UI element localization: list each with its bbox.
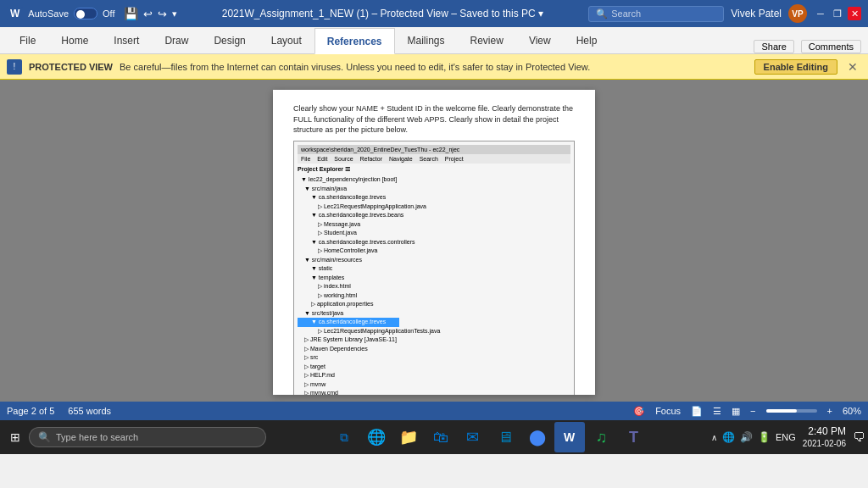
view-web-icon[interactable]: ☰	[713, 406, 721, 417]
protected-view-message: Be careful—files from the Internet can c…	[120, 62, 748, 72]
language-label: ENG	[776, 432, 796, 442]
undo-icon[interactable]: ↩	[143, 8, 153, 20]
ribbon-right-buttons: Share Comments	[754, 40, 861, 53]
close-button[interactable]: ✕	[848, 7, 861, 20]
title-search-box[interactable]: 🔍 Search	[588, 6, 724, 22]
ide-header: workspace\sheridan_2020_EntineDev_TuesTh…	[298, 145, 570, 154]
taskbar-app-word[interactable]: W	[554, 422, 585, 452]
tab-home[interactable]: Home	[48, 27, 101, 53]
tab-draw[interactable]: Draw	[152, 27, 201, 53]
tree-row-main: ▼ src/main/java	[298, 185, 399, 194]
search-placeholder: Search	[611, 8, 641, 19]
taskbar: ⊞ 🔍 Type here to search ⧉ 🌐 📁 🛍 ✉ 🖥 ⬤ W …	[0, 420, 868, 454]
customize-icon[interactable]: ▾	[172, 8, 177, 19]
enable-editing-button[interactable]: Enable Editing	[754, 59, 837, 75]
page-info: Page 2 of 5	[7, 406, 54, 416]
tab-insert[interactable]: Insert	[101, 27, 152, 53]
focus-label: Focus	[655, 406, 681, 416]
taskbar-app-dell[interactable]: 🖥	[490, 422, 520, 452]
document-title: 2021W_Assignment_1_NEW (1) – Protected V…	[222, 8, 543, 19]
ide-project-explorer: Project Explorer ☰	[298, 165, 399, 175]
zoom-plus-button[interactable]: +	[827, 406, 832, 416]
taskbar-app-store[interactable]: 🛍	[426, 422, 456, 452]
taskbar-app-spotify[interactable]: ♫	[587, 422, 617, 452]
notification-icon[interactable]: 🗨	[853, 430, 865, 444]
taskbar-right: ∧ 🌐 🔊 🔋 ENG 2:40 PM 2021-02-06 🗨	[711, 425, 865, 450]
taskbar-app-edge[interactable]: 🌐	[361, 422, 392, 452]
view-read-icon[interactable]: ▦	[732, 406, 740, 417]
autosave-label: AutoSave	[28, 8, 69, 19]
tab-file[interactable]: File	[7, 27, 48, 53]
tab-design[interactable]: Design	[201, 27, 258, 53]
redo-icon[interactable]: ↪	[158, 8, 167, 20]
restore-button[interactable]: ❐	[831, 7, 844, 20]
tree-row-test: ▼ src/test/java	[298, 309, 399, 319]
zoom-minus-button[interactable]: −	[750, 406, 755, 416]
start-button[interactable]: ⊞	[3, 427, 27, 447]
ide-body: Project Explorer ☰ ▼ lec22_dependencyInj…	[298, 165, 570, 395]
taskbar-app-chrome[interactable]: ⬤	[522, 422, 553, 452]
ide-title: workspace\sheridan_2020_EntineDev_TuesTh…	[301, 147, 459, 152]
tab-view[interactable]: View	[516, 27, 564, 53]
tree-row-index: ▷ index.html	[298, 282, 399, 291]
taskbar-app-taskview[interactable]: ⧉	[329, 422, 359, 452]
protected-view-close-icon[interactable]: ✕	[844, 60, 861, 74]
tree-row-appprops: ▷ application.properties	[298, 300, 399, 309]
taskbar-search-box[interactable]: 🔍 Type here to search	[29, 427, 266, 447]
autosave-state: Off	[103, 8, 114, 19]
tree-row-templates: ▼ templates	[298, 274, 399, 283]
clock-date: 2021-02-06	[803, 438, 846, 449]
title-bar: W AutoSave Off 💾 ↩ ↪ ▾ 2021W_Assignment_…	[0, 0, 868, 27]
tab-mailings[interactable]: Mailings	[395, 27, 458, 53]
tray-chevron-icon[interactable]: ∧	[711, 433, 717, 442]
tree-row-ca-selected: ▼ ca.sheridancollege.treves	[298, 318, 399, 327]
tree-row-mvnw: ▷ mvnw	[298, 380, 399, 390]
tree-row-jre: ▷ JRE System Library [JavaSE-11]	[298, 336, 399, 345]
tab-help[interactable]: Help	[564, 27, 610, 53]
save-icon[interactable]: 💾	[124, 7, 138, 20]
minimize-button[interactable]: ─	[814, 7, 827, 20]
taskbar-search-placeholder: Type here to search	[56, 432, 138, 442]
zoom-slider[interactable]	[766, 409, 817, 413]
ide-menu-navigate: Navigate	[389, 156, 413, 162]
taskbar-app-teams[interactable]: T	[619, 422, 649, 452]
autosave-toggle[interactable]	[74, 8, 97, 19]
share-button[interactable]: Share	[754, 40, 793, 53]
battery-icon: 🔋	[758, 431, 771, 443]
system-tray: ∧ 🌐 🔊 🔋 ENG	[711, 431, 796, 443]
ide-menu-project: Project	[445, 156, 464, 162]
tree-row-static: ▼ static	[298, 264, 399, 274]
tab-review[interactable]: Review	[458, 27, 516, 53]
document-area: Clearly show your NAME + Student ID in t…	[0, 80, 868, 402]
zoom-level: 60%	[843, 406, 861, 416]
tab-references[interactable]: References	[314, 28, 395, 54]
ide-screenshot: workspace\sheridan_2020_EntineDev_TuesTh…	[293, 141, 575, 395]
tree-row-controllers: ▼ ca.sheridancollege.treves.controllers	[298, 238, 399, 247]
tree-row-student: ▷ Student.java	[298, 229, 399, 238]
tree-row-beans: ▼ ca.sheridancollege.treves.beans	[298, 211, 399, 220]
status-bar-right: 🎯 Focus 📄 ☰ ▦ − + 60%	[633, 406, 861, 417]
ide-menu-source: Source	[334, 156, 353, 162]
view-normal-icon[interactable]: 📄	[691, 406, 703, 417]
comments-button[interactable]: Comments	[801, 40, 861, 53]
tree-row-resources: ▼ src/main/resources	[298, 256, 399, 265]
ide-tree: Project Explorer ☰ ▼ lec22_dependencyInj…	[298, 165, 399, 395]
tree-row-ca1: ▼ ca.sheridancollege.treves	[298, 193, 399, 202]
tree-row-mvnwcmd: ▷ mvnw.cmd	[298, 389, 399, 395]
doc-paragraph-1: Clearly show your NAME + Student ID in t…	[293, 103, 575, 136]
word-count: 655 words	[68, 406, 111, 416]
protected-view-icon: !	[7, 59, 22, 75]
taskbar-app-explorer[interactable]: 📁	[393, 422, 424, 452]
zoom-slider-fill	[766, 409, 797, 413]
title-bar-left: W AutoSave Off 💾 ↩ ↪ ▾	[7, 7, 177, 20]
clock-time: 2:40 PM	[803, 425, 846, 439]
tab-layout[interactable]: Layout	[259, 27, 314, 53]
taskbar-app-mail[interactable]: ✉	[458, 422, 488, 452]
system-clock[interactable]: 2:40 PM 2021-02-06	[803, 425, 846, 450]
tree-row-tests: ▷ Lec21RequestMappingApplicationTests.ja…	[298, 327, 399, 336]
status-bar: Page 2 of 5 655 words 🎯 Focus 📄 ☰ ▦ − + …	[0, 402, 868, 420]
tree-row-homecontroller: ▷ HomeController.java	[298, 247, 399, 256]
protected-view-label: PROTECTED VIEW	[29, 62, 113, 72]
focus-icon: 🎯	[633, 406, 645, 417]
tree-row-maven: ▷ Maven Dependencies	[298, 345, 399, 354]
